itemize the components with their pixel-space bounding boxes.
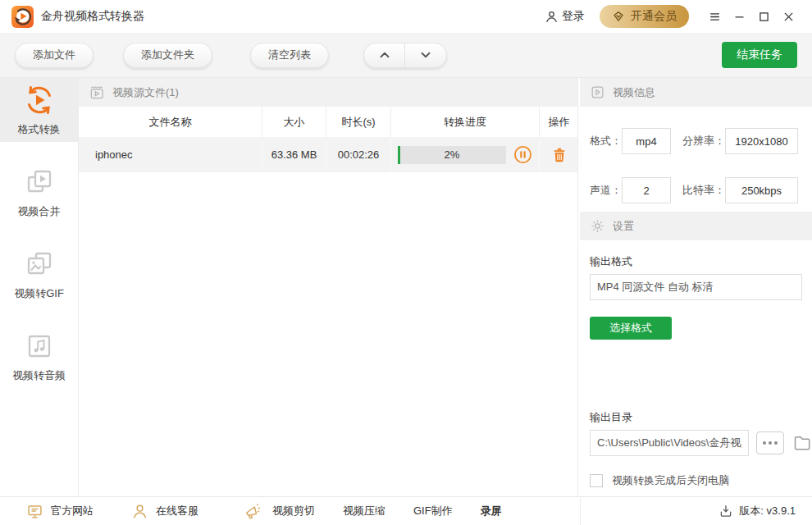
- video-info-body: 格式： mp4 分辨率： 1920x1080 声道： 2 比特率： 250kbp…: [580, 107, 812, 212]
- choose-format-button[interactable]: 选择格式: [590, 317, 672, 340]
- sidebar-item-video-to-gif[interactable]: 视频转GIF: [0, 242, 78, 306]
- close-icon[interactable]: [776, 5, 801, 28]
- file-duration: 00:02:26: [326, 137, 391, 172]
- bitrate-value: 250kbps: [725, 177, 798, 203]
- end-task-button[interactable]: 结束任务: [722, 42, 797, 68]
- menu-icon[interactable]: [702, 5, 727, 28]
- video-cut-link[interactable]: 视频剪切: [272, 504, 315, 518]
- official-site-link[interactable]: 官方网站: [26, 503, 94, 520]
- info-row-1: 格式： mp4 分辨率： 1920x1080: [590, 128, 802, 154]
- sidebar-item-label: 视频合并: [18, 204, 61, 219]
- vip-label: 开通会员: [631, 9, 677, 24]
- login-label: 登录: [562, 9, 585, 24]
- login-button[interactable]: 登录: [545, 9, 585, 24]
- online-support-link[interactable]: 在线客服: [131, 503, 198, 520]
- sidebar-item-label: 视频转GIF: [14, 286, 64, 301]
- output-format-label: 输出格式: [590, 254, 802, 269]
- screen-record-link[interactable]: 录屏: [481, 504, 502, 518]
- resolution-value: 1920x1080: [725, 128, 798, 154]
- minimize-icon[interactable]: [727, 5, 751, 28]
- column-actions: 操作: [540, 107, 578, 137]
- version-label: 版本: v3.9.1: [739, 504, 796, 518]
- gif-maker-link[interactable]: GIF制作: [413, 504, 453, 518]
- output-dir-row: [590, 430, 802, 456]
- progress-bar: 2%: [398, 146, 506, 164]
- app-title: 金舟视频格式转换器: [41, 9, 144, 24]
- footer-bar: 官方网站 在线客服 视频剪切 视频压缩 GIF制作 录屏 版本: v3.9.1: [0, 496, 812, 525]
- reorder-group: [363, 43, 447, 68]
- bitrate-label: 比特率：: [682, 183, 725, 198]
- settings-body: 输出格式 选择格式 输出目录 视频转换完成后关闭电脑: [580, 254, 812, 488]
- chevron-down-icon: [418, 48, 433, 62]
- shutdown-option[interactable]: 视频转换完成后关闭电脑: [590, 473, 802, 488]
- download-icon: [718, 504, 733, 518]
- info-row-2: 声道： 2 比特率： 250kbps: [590, 177, 802, 203]
- video-info-header: 视频信息: [580, 78, 812, 107]
- film-icon: [89, 84, 105, 101]
- video-info-icon: [590, 84, 605, 100]
- column-size: 大小: [262, 107, 326, 137]
- shutdown-checkbox[interactable]: [590, 474, 603, 487]
- sidebar: 格式转换 视频合并 视频转GIF 视频转音频: [0, 78, 79, 496]
- move-up-button[interactable]: [364, 43, 405, 67]
- app-logo-icon: [11, 6, 34, 28]
- delete-button[interactable]: [540, 137, 578, 172]
- open-folder-button[interactable]: [791, 433, 812, 453]
- gem-icon: [612, 10, 625, 23]
- settings-title: 设置: [613, 219, 634, 234]
- resolution-label: 分辨率：: [682, 134, 725, 148]
- clear-list-button[interactable]: 清空列表: [250, 43, 329, 68]
- ellipsis-icon: [763, 441, 766, 445]
- support-person-icon: [131, 503, 148, 520]
- channels-label: 声道：: [590, 183, 622, 198]
- sidebar-item-label: 视频转音频: [12, 368, 66, 383]
- file-list-panel: 视频源文件(1) 文件名称 大小 时长(s) 转换进度 操作 iphonec 6…: [79, 78, 578, 496]
- column-duration: 时长(s): [326, 107, 391, 137]
- progress-label: 2%: [398, 146, 506, 164]
- official-site-label: 官方网站: [51, 504, 94, 518]
- format-label: 格式：: [590, 134, 622, 148]
- column-progress: 转换进度: [391, 107, 540, 137]
- format-value: mp4: [622, 128, 671, 154]
- settings-header: 设置: [580, 212, 812, 240]
- sidebar-item-video-to-audio[interactable]: 视频转音频: [0, 324, 78, 388]
- video-merge-icon: [23, 166, 56, 199]
- source-files-header: 视频源文件(1): [79, 78, 577, 107]
- file-name: iphonec: [79, 137, 262, 172]
- vip-button[interactable]: 开通会员: [600, 5, 689, 28]
- column-file-name: 文件名称: [79, 107, 262, 137]
- file-size: 63.36 MB: [262, 137, 326, 172]
- sidebar-item-format-convert[interactable]: 格式转换: [0, 78, 78, 142]
- move-down-button[interactable]: [405, 43, 446, 67]
- toolbar: 添加文件 添加文件夹 清空列表 结束任务: [0, 33, 812, 78]
- sidebar-item-video-merge[interactable]: 视频合并: [0, 160, 78, 224]
- browse-button[interactable]: [756, 431, 784, 454]
- channels-value: 2: [622, 177, 671, 203]
- add-folder-button[interactable]: 添加文件夹: [123, 43, 212, 68]
- title-bar: 金舟视频格式转换器 登录 开通会员: [0, 0, 812, 33]
- window-controls: [702, 5, 801, 28]
- pause-button[interactable]: [513, 145, 532, 164]
- add-file-button[interactable]: 添加文件: [15, 43, 94, 68]
- version-info: 版本: v3.9.1: [718, 504, 796, 518]
- output-dir-input[interactable]: [590, 430, 749, 456]
- video-compress-link[interactable]: 视频压缩: [343, 504, 385, 518]
- table-row[interactable]: iphonec 63.36 MB 00:02:26 2%: [79, 137, 577, 172]
- maximize-icon[interactable]: [751, 5, 776, 28]
- right-panel: 视频信息 格式： mp4 分辨率： 1920x1080 声道： 2 比特率： 2…: [580, 78, 812, 496]
- table-header: 文件名称 大小 时长(s) 转换进度 操作: [79, 107, 577, 137]
- format-convert-icon: [23, 84, 56, 116]
- online-support-label: 在线客服: [156, 504, 198, 518]
- source-files-title: 视频源文件(1): [112, 85, 179, 100]
- trash-icon: [551, 146, 568, 163]
- folder-icon: [791, 433, 812, 453]
- chevron-up-icon: [377, 48, 392, 62]
- video-to-audio-icon: [23, 330, 56, 363]
- shutdown-label: 视频转换完成后关闭电脑: [612, 473, 729, 488]
- output-format-input[interactable]: [590, 274, 802, 300]
- sidebar-item-label: 格式转换: [18, 122, 61, 137]
- video-to-gif-icon: [23, 248, 56, 281]
- progress-cell: 2%: [391, 137, 540, 172]
- footer-divider: [580, 496, 581, 525]
- monitor-icon: [26, 503, 43, 520]
